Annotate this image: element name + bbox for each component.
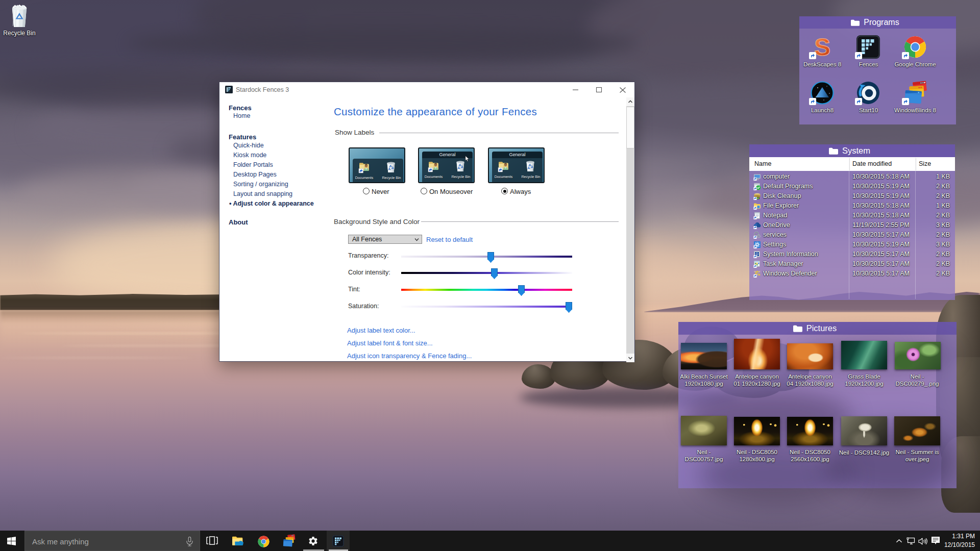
- svg-text:S: S: [814, 35, 830, 59]
